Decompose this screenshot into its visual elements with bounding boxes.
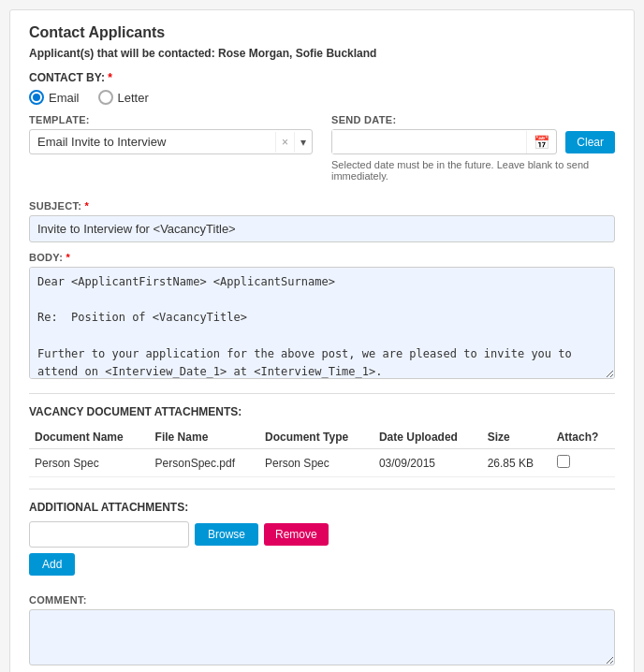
add-button[interactable]: Add (29, 553, 75, 576)
applicants-info: Applicant(s) that will be contacted: Ros… (29, 47, 615, 60)
attachments-table: Document Name File Name Document Type Da… (29, 426, 615, 477)
file-input[interactable] (29, 521, 189, 548)
contact-by-section: CONTACT BY: * Email Letter (29, 71, 615, 105)
remove-button[interactable]: Remove (264, 523, 329, 546)
divider-2 (29, 489, 615, 489)
template-senddate-row: TEMPLATE: Email Invite to Interview × ▾ … (29, 114, 615, 191)
subject-input[interactable] (29, 215, 615, 242)
body-textarea[interactable]: Dear <ApplicantFirstName> <ApplicantSurn… (29, 267, 615, 379)
comment-field: COMMENT: (29, 594, 615, 668)
template-clear-icon[interactable]: × (275, 132, 294, 153)
additional-attachments-row: Browse Remove (29, 521, 615, 548)
attachments-table-body: Person Spec PersonSpec.pdf Person Spec 0… (29, 449, 615, 477)
template-label: TEMPLATE: (29, 114, 313, 125)
cell-document-name: Person Spec (29, 449, 150, 477)
template-field: TEMPLATE: Email Invite to Interview × ▾ (29, 114, 313, 182)
applicants-label: Applicant(s) that will be contacted: (29, 47, 215, 60)
col-date-uploaded: Date Uploaded (373, 426, 482, 449)
cell-attach (551, 449, 615, 477)
browse-button[interactable]: Browse (195, 523, 258, 546)
send-date-input-wrapper: 📅 (331, 129, 557, 154)
radio-email-label: Email (49, 91, 80, 105)
cell-date-uploaded: 03/09/2015 (373, 449, 482, 477)
send-date-label: SEND DATE: (331, 114, 615, 125)
template-dropdown-icon[interactable]: ▾ (294, 132, 312, 153)
additional-attachments-section: ADDITIONAL ATTACHMENTS: Browse Remove Ad… (29, 501, 615, 585)
col-document-name: Document Name (29, 426, 150, 449)
template-select[interactable]: Email Invite to Interview × ▾ (29, 129, 313, 154)
send-date-clear-button[interactable]: Clear (565, 131, 615, 153)
template-value: Email Invite to Interview (30, 130, 275, 153)
body-field: BODY: * Dear <ApplicantFirstName> <Appli… (29, 252, 615, 382)
cell-document-type: Person Spec (259, 449, 373, 477)
page-title: Contact Applicants (29, 24, 615, 41)
calendar-icon[interactable]: 📅 (526, 131, 556, 153)
send-date-note: Selected date must be in the future. Lea… (331, 159, 615, 182)
divider-1 (29, 393, 615, 394)
subject-label: SUBJECT: * (29, 200, 615, 212)
radio-email[interactable]: Email (29, 90, 80, 105)
send-date-input[interactable] (332, 130, 526, 153)
applicants-names: Rose Morgan, Sofie Buckland (218, 47, 376, 60)
radio-letter-label: Letter (118, 91, 149, 105)
contact-applicants-form: Contact Applicants Applicant(s) that wil… (9, 9, 635, 672)
col-document-type: Document Type (259, 426, 373, 449)
vacancy-attachments-title: VACANCY DOCUMENT ATTACHMENTS: (29, 405, 615, 418)
radio-email-circle (29, 90, 44, 105)
comment-label: COMMENT: (29, 594, 615, 606)
attachments-table-header: Document Name File Name Document Type Da… (29, 426, 615, 449)
attach-checkbox[interactable] (557, 455, 570, 468)
comment-textarea[interactable] (29, 609, 615, 665)
subject-field: SUBJECT: * (29, 200, 615, 242)
contact-by-label: CONTACT BY: * (29, 71, 615, 84)
send-date-row: 📅 Clear (331, 129, 615, 154)
col-file-name: File Name (150, 426, 259, 449)
col-attach: Attach? (551, 426, 615, 449)
radio-letter-circle (98, 90, 113, 105)
cell-size: 26.85 KB (482, 449, 551, 477)
additional-attachments-title: ADDITIONAL ATTACHMENTS: (29, 501, 615, 514)
vacancy-attachments-section: VACANCY DOCUMENT ATTACHMENTS: Document N… (29, 405, 615, 477)
table-row: Person Spec PersonSpec.pdf Person Spec 0… (29, 449, 615, 477)
radio-letter[interactable]: Letter (98, 90, 149, 105)
send-date-field: SEND DATE: 📅 Clear Selected date must be… (331, 114, 615, 182)
contact-by-radio-group: Email Letter (29, 90, 615, 105)
body-label: BODY: * (29, 252, 615, 263)
cell-file-name: PersonSpec.pdf (150, 449, 259, 477)
col-size: Size (482, 426, 551, 449)
